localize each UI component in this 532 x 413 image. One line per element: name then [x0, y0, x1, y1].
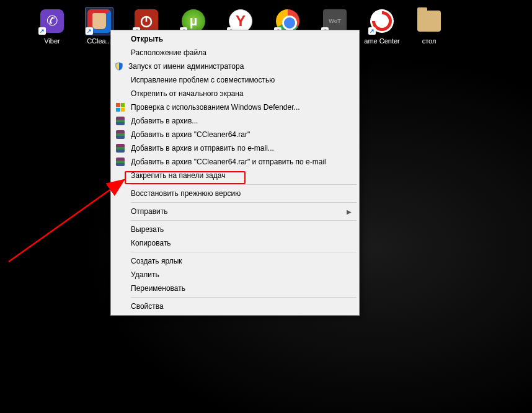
blank-icon — [115, 224, 126, 235]
svg-line-2 — [9, 180, 124, 262]
menu-item-label: Запуск от имени администратора — [128, 62, 339, 71]
menu-add-to-archive[interactable]: Добавить в архив... — [112, 114, 358, 128]
menu-add-named-and-email[interactable]: Добавить в архив "CCleaner64.rar" и отпр… — [112, 155, 358, 169]
menu-file-location[interactable]: Расположение файла — [112, 46, 358, 60]
blank-icon — [115, 188, 126, 199]
menu-item-label: Расположение файла — [131, 48, 339, 57]
menu-separator — [131, 184, 357, 185]
menu-separator — [131, 220, 357, 221]
desktop-icon-ccleaner[interactable]: ↗ CClea... — [86, 7, 113, 45]
menu-rename[interactable]: Переименовать — [112, 282, 358, 295]
menu-separator — [131, 297, 357, 298]
shield-icon — [115, 62, 123, 71]
menu-item-label: Проверка с использованием Windows Defend… — [131, 103, 339, 112]
desktop-icon-label: CClea... — [87, 37, 112, 45]
menu-compat-troubleshoot[interactable]: Исправление проблем с совместимостью — [112, 73, 358, 87]
blank-icon — [115, 238, 126, 249]
menu-item-label: Восстановить прежнюю версию — [131, 189, 339, 198]
menu-item-label: Переименовать — [131, 284, 339, 293]
desktop-icon-label: Viber — [44, 37, 60, 45]
blank-icon — [115, 206, 126, 217]
winrar-icon — [115, 115, 126, 127]
menu-send-to[interactable]: Отправить ▶ — [112, 205, 358, 218]
winrar-icon — [115, 156, 126, 167]
menu-defender-scan[interactable]: Проверка с использованием Windows Defend… — [112, 100, 358, 114]
menu-cut[interactable]: Вырезать — [112, 223, 358, 236]
desktop-icon-label: стол — [422, 37, 437, 45]
blank-icon — [115, 47, 126, 58]
windows-defender-icon — [115, 102, 126, 113]
menu-restore-previous[interactable]: Восстановить прежнюю версию — [112, 187, 358, 200]
menu-item-label: Добавить в архив и отправить по e-mail..… — [131, 144, 339, 153]
menu-item-label: Добавить в архив "CCleaner64.rar" и отпр… — [131, 158, 339, 166]
context-menu: Открыть Расположение файла Запуск от име… — [110, 30, 360, 316]
desktop-icon-gamecenter[interactable]: ↗ ame Center — [368, 7, 396, 45]
menu-create-shortcut[interactable]: Создать ярлык — [112, 254, 358, 268]
menu-item-label: Свойства — [131, 302, 339, 311]
shortcut-arrow-icon: ↗ — [38, 27, 46, 35]
desktop[interactable]: ✆ ↗ Viber ↗ CClea... ↗ µ ↗ — [0, 0, 532, 413]
blank-icon — [115, 301, 126, 312]
winrar-icon — [115, 129, 126, 140]
menu-properties[interactable]: Свойства — [112, 300, 358, 313]
menu-pin-taskbar[interactable]: Закрепить на панели задач — [112, 169, 358, 182]
menu-add-and-email[interactable]: Добавить в архив и отправить по e-mail..… — [112, 141, 358, 155]
blank-icon — [115, 88, 126, 99]
menu-item-label: Закрепить на панели задач — [131, 171, 339, 180]
shortcut-arrow-icon: ↗ — [368, 27, 376, 35]
menu-separator — [131, 252, 357, 252]
menu-item-label: Исправление проблем с совместимостью — [131, 76, 339, 84]
menu-item-label: Копировать — [131, 239, 339, 247]
menu-item-label: Открепить от начального экрана — [131, 89, 339, 98]
menu-open[interactable]: Открыть — [112, 32, 358, 46]
menu-add-to-named-archive[interactable]: Добавить в архив "CCleaner64.rar" — [112, 128, 358, 141]
menu-item-label: Добавить в архив... — [131, 117, 339, 125]
menu-item-label: Добавить в архив "CCleaner64.rar" — [131, 130, 339, 139]
menu-run-as-admin[interactable]: Запуск от имени администратора — [112, 60, 358, 73]
menu-delete[interactable]: Удалить — [112, 268, 358, 282]
shortcut-arrow-icon: ↗ — [86, 27, 93, 35]
blank-icon — [115, 269, 126, 280]
menu-copy[interactable]: Копировать — [112, 236, 358, 250]
menu-item-label: Создать ярлык — [131, 257, 339, 265]
menu-item-label: Удалить — [131, 270, 339, 279]
desktop-icon-viber[interactable]: ✆ ↗ Viber — [38, 7, 66, 45]
folder-icon — [417, 11, 441, 32]
menu-item-label: Открыть — [131, 35, 339, 43]
menu-unpin-start[interactable]: Открепить от начального экрана — [112, 87, 358, 100]
blank-icon — [115, 33, 126, 45]
blank-icon — [115, 170, 126, 181]
blank-icon — [115, 283, 126, 294]
winrar-icon — [115, 143, 126, 154]
menu-separator — [131, 202, 357, 203]
blank-icon — [115, 74, 126, 86]
desktop-icon-label: ame Center — [364, 37, 399, 45]
chevron-right-icon: ▶ — [347, 208, 352, 215]
menu-item-label: Вырезать — [131, 225, 339, 234]
menu-item-label: Отправить — [131, 207, 339, 216]
blank-icon — [115, 255, 126, 267]
desktop-icon-folder[interactable]: стол — [415, 7, 443, 45]
